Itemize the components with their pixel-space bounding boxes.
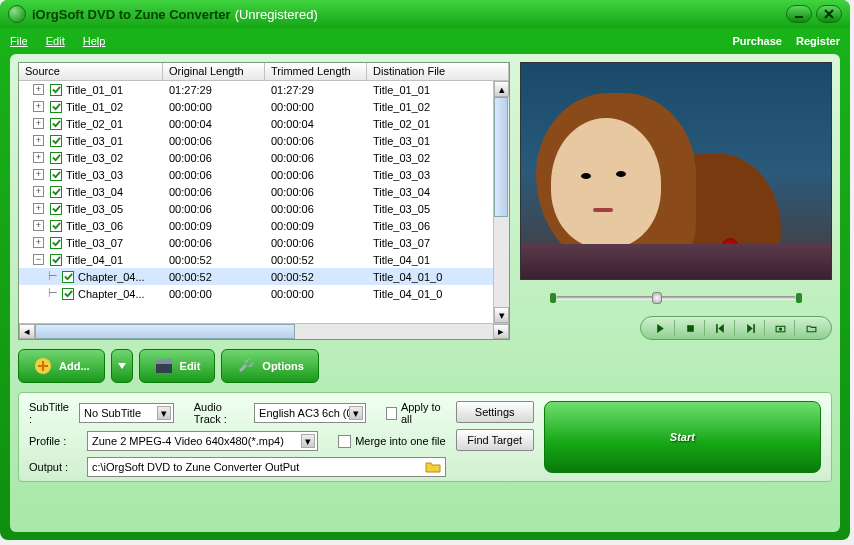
table-row[interactable]: ⊢Chapter_04...00:00:0000:00:00Title_04_0… (19, 285, 509, 302)
scroll-down-icon[interactable]: ▾ (494, 307, 509, 323)
merge-checkbox[interactable] (338, 435, 351, 448)
cell-df: Title_04_01_0 (367, 271, 509, 283)
row-checkbox[interactable] (50, 84, 62, 96)
vertical-scrollbar[interactable]: ▴ ▾ (493, 81, 509, 323)
row-checkbox[interactable] (50, 186, 62, 198)
seek-end-marker[interactable] (796, 293, 802, 303)
expand-icon[interactable]: + (33, 135, 44, 146)
minimize-button[interactable] (786, 5, 812, 23)
merge-label: Merge into one file (355, 435, 446, 447)
apply-all-label: Apply to all (401, 401, 446, 425)
row-title: Title_03_06 (66, 220, 123, 232)
add-button[interactable]: Add... (18, 349, 105, 383)
row-checkbox[interactable] (50, 203, 62, 215)
row-checkbox[interactable] (62, 288, 74, 300)
cell-ol: 00:00:06 (163, 203, 265, 215)
row-checkbox[interactable] (50, 237, 62, 249)
cell-tl: 00:00:52 (265, 254, 367, 266)
cell-tl: 00:00:00 (265, 101, 367, 113)
options-label: Options (262, 360, 304, 372)
row-checkbox[interactable] (50, 220, 62, 232)
audiotrack-combo[interactable]: English AC3 6ch (0x ▾ (254, 403, 366, 423)
row-checkbox[interactable] (62, 271, 74, 283)
row-title: Title_01_02 (66, 101, 123, 113)
seek-thumb[interactable] (652, 292, 662, 304)
hscroll-thumb[interactable] (35, 324, 295, 339)
row-title: Title_03_02 (66, 152, 123, 164)
horizontal-scrollbar[interactable]: ◂ ▸ (19, 323, 509, 339)
svg-rect-7 (156, 364, 172, 373)
cell-df: Title_04_01 (367, 254, 509, 266)
menu-purchase[interactable]: Purchase (732, 35, 782, 47)
scroll-up-icon[interactable]: ▴ (494, 81, 509, 97)
table-row[interactable]: +Title_01_0101:27:2901:27:29Title_01_01 (19, 81, 509, 98)
seek-slider[interactable] (520, 288, 832, 308)
row-checkbox[interactable] (50, 169, 62, 181)
subtitle-combo[interactable]: No SubTitle ▾ (79, 403, 174, 423)
scroll-thumb[interactable] (494, 97, 508, 217)
scroll-right-icon[interactable]: ▸ (493, 324, 509, 339)
row-checkbox[interactable] (50, 152, 62, 164)
menu-help[interactable]: Help (83, 35, 106, 47)
options-button[interactable]: Options (221, 349, 319, 383)
table-row[interactable]: +Title_03_0600:00:0900:00:09Title_03_06 (19, 217, 509, 234)
play-button[interactable] (647, 320, 675, 336)
source-table: Source Original Length Trimmed Length Di… (18, 62, 510, 340)
row-checkbox[interactable] (50, 118, 62, 130)
close-button[interactable] (816, 5, 842, 23)
output-path-input[interactable]: c:\iOrgSoft DVD to Zune Converter OutPut (87, 457, 446, 477)
row-checkbox[interactable] (50, 135, 62, 147)
collapse-icon[interactable]: − (33, 254, 44, 265)
svg-rect-1 (687, 325, 694, 332)
scroll-left-icon[interactable]: ◂ (19, 324, 35, 339)
expand-icon[interactable]: + (33, 237, 44, 248)
col-original-length[interactable]: Original Length (163, 63, 265, 80)
expand-icon[interactable]: + (33, 186, 44, 197)
profile-combo[interactable]: Zune 2 MPEG-4 Video 640x480(*.mp4) ▾ (87, 431, 318, 451)
table-row[interactable]: +Title_03_0700:00:0600:00:06Title_03_07 (19, 234, 509, 251)
table-row[interactable]: +Title_03_0400:00:0600:00:06Title_03_04 (19, 183, 509, 200)
menu-file[interactable]: File (10, 35, 28, 47)
col-destination-file[interactable]: Distination File (367, 63, 509, 80)
dropdown-icon: ▾ (349, 406, 363, 420)
row-checkbox[interactable] (50, 254, 62, 266)
open-folder-button[interactable] (797, 320, 825, 336)
browse-folder-icon[interactable] (425, 460, 441, 474)
add-dropdown-button[interactable] (111, 349, 133, 383)
add-label: Add... (59, 360, 90, 372)
expand-icon[interactable]: + (33, 152, 44, 163)
expand-icon[interactable]: + (33, 220, 44, 231)
cell-ol: 00:00:09 (163, 220, 265, 232)
expand-icon[interactable]: + (33, 169, 44, 180)
cell-df: Title_03_01 (367, 135, 509, 147)
expand-icon[interactable]: + (33, 101, 44, 112)
prev-button[interactable] (707, 320, 735, 336)
settings-button[interactable]: Settings (456, 401, 534, 423)
edit-button[interactable]: Edit (139, 349, 216, 383)
col-trimmed-length[interactable]: Trimmed Length (265, 63, 367, 80)
table-row[interactable]: ⊢Chapter_04...00:00:5200:00:52Title_04_0… (19, 268, 509, 285)
table-row[interactable]: −Title_04_0100:00:5200:00:52Title_04_01 (19, 251, 509, 268)
row-title: Title_03_05 (66, 203, 123, 215)
expand-icon[interactable]: + (33, 84, 44, 95)
cell-df: Title_03_05 (367, 203, 509, 215)
dropdown-icon: ▾ (157, 406, 171, 420)
table-row[interactable]: +Title_03_0300:00:0600:00:06Title_03_03 (19, 166, 509, 183)
table-row[interactable]: +Title_02_0100:00:0400:00:04Title_02_01 (19, 115, 509, 132)
start-button[interactable]: Start (544, 401, 821, 473)
table-row[interactable]: +Title_03_0100:00:0600:00:06Title_03_01 (19, 132, 509, 149)
snapshot-button[interactable] (767, 320, 795, 336)
row-checkbox[interactable] (50, 101, 62, 113)
table-row[interactable]: +Title_03_0500:00:0600:00:06Title_03_05 (19, 200, 509, 217)
table-row[interactable]: +Title_03_0200:00:0600:00:06Title_03_02 (19, 149, 509, 166)
col-source[interactable]: Source (19, 63, 163, 80)
menu-register[interactable]: Register (796, 35, 840, 47)
table-row[interactable]: +Title_01_0200:00:0000:00:00Title_01_02 (19, 98, 509, 115)
expand-icon[interactable]: + (33, 203, 44, 214)
next-button[interactable] (737, 320, 765, 336)
stop-button[interactable] (677, 320, 705, 336)
apply-all-checkbox[interactable] (386, 407, 397, 420)
expand-icon[interactable]: + (33, 118, 44, 129)
menu-edit[interactable]: Edit (46, 35, 65, 47)
find-target-button[interactable]: Find Target (456, 429, 534, 451)
